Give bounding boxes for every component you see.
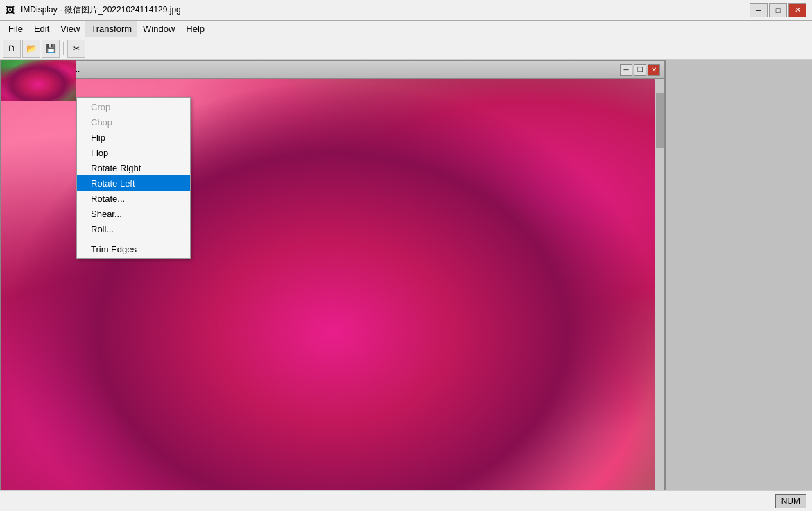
menu-item-trim-edges[interactable]: Trim Edges — [77, 241, 190, 257]
title-bar-left: 🖼 IMDisplay - 微信图片_20221024114129.jpg — [6, 4, 181, 16]
menu-item-rotate-left[interactable]: Rotate Left — [77, 175, 190, 191]
menu-item-chop[interactable]: Chop — [77, 114, 190, 130]
title-bar-controls: ─ □ ✕ — [750, 3, 806, 17]
menu-window[interactable]: Window — [137, 21, 180, 37]
transform-dropdown-menu: Crop Chop Flip Flop Rotate Right Rotate … — [76, 97, 191, 259]
menu-help[interactable]: Help — [180, 21, 210, 37]
status-num-label: NUM — [775, 494, 806, 508]
toolbar-cut-button[interactable]: ✂ — [67, 40, 85, 58]
maximize-button[interactable]: □ — [769, 3, 787, 17]
menu-item-flop[interactable]: Flop — [77, 145, 190, 160]
menu-item-flip[interactable]: Flip — [77, 130, 190, 145]
thumbnail-panel — [0, 60, 76, 101]
close-button[interactable]: ✕ — [788, 3, 806, 17]
app-icon: 🖼 — [6, 5, 17, 16]
menu-item-crop[interactable]: Crop — [77, 99, 190, 114]
menu-transform[interactable]: Transform — [85, 21, 137, 37]
transform-dropdown-overlay: Crop Chop Flip Flop Rotate Right Rotate … — [76, 97, 191, 259]
toolbar-open-button[interactable]: 📂 — [22, 40, 40, 58]
toolbar-save-button[interactable]: 💾 — [42, 40, 60, 58]
menu-bar: File Edit View Transform Window Help — [0, 21, 812, 37]
image-close-button[interactable]: ✕ — [648, 64, 660, 76]
image-minimize-button[interactable]: ─ — [620, 64, 632, 76]
image-restore-button[interactable]: ❐ — [634, 64, 646, 76]
menu-view[interactable]: View — [55, 21, 85, 37]
menu-item-rotate[interactable]: Rotate... — [77, 191, 190, 206]
menu-edit[interactable]: Edit — [28, 21, 55, 37]
window-title: IMDisplay - 微信图片_20221024114129.jpg — [21, 4, 181, 16]
image-window-titlebar: 🖼 微信图片_2022... ─ ❐ ✕ — [1, 61, 664, 79]
thumbnail-image — [1, 60, 76, 101]
menu-item-shear[interactable]: Shear... — [77, 206, 190, 221]
scrollbar-thumb-y[interactable] — [656, 93, 664, 148]
image-window-controls: ─ ❐ ✕ — [620, 64, 660, 76]
minimize-button[interactable]: ─ — [750, 3, 768, 17]
menu-item-roll[interactable]: Roll... — [77, 221, 190, 236]
title-bar: 🖼 IMDisplay - 微信图片_20221024114129.jpg ─ … — [0, 0, 812, 21]
toolbar: 🗋 📂 💾 ✂ — [0, 37, 812, 60]
menu-file[interactable]: File — [3, 21, 28, 37]
menu-item-rotate-right[interactable]: Rotate Right — [77, 160, 190, 175]
main-area: 🖼 微信图片_2022... ─ ❐ ✕ Crop Chop — [0, 60, 812, 490]
toolbar-new-button[interactable]: 🗋 — [3, 40, 21, 58]
status-bar: NUM — [0, 490, 812, 511]
toolbar-separator — [63, 42, 64, 55]
scrollbar-y[interactable] — [655, 79, 664, 492]
dropdown-separator — [77, 239, 190, 239]
